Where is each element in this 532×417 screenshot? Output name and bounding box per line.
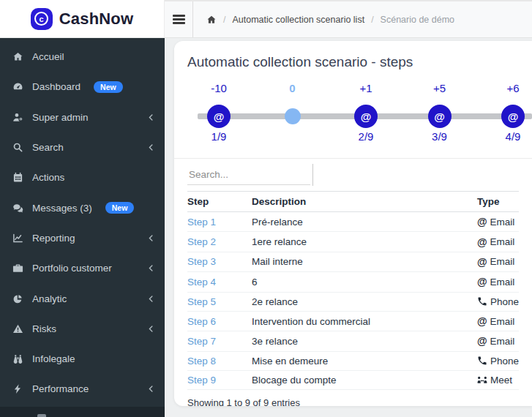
type-label: Email [490, 316, 515, 327]
type-cell: Meet [477, 371, 519, 390]
current-position-dot[interactable] [285, 108, 301, 124]
sidebar-item-partial[interactable] [0, 407, 165, 417]
page-title: Automatic collection scenario - steps [187, 54, 519, 70]
timeline-day-label: +6 [506, 82, 519, 94]
new-badge: New [105, 202, 135, 214]
sidebar-item-reporting[interactable]: Reporting [0, 223, 165, 253]
search-input[interactable] [187, 165, 310, 185]
type-label: Email [490, 336, 515, 347]
chevron-left-icon [147, 234, 155, 242]
sidebar-item-accueil[interactable]: Accueil [0, 42, 165, 72]
sidebar-item-label: Super admin [32, 112, 89, 123]
step-link[interactable]: Step 2 [187, 236, 216, 247]
step-cell: Step 6 [187, 311, 252, 331]
step-link[interactable]: Step 3 [187, 256, 216, 267]
sidebar-item-dashboard[interactable]: DashboardNew [0, 72, 165, 102]
column-header-type[interactable]: Type [477, 192, 519, 212]
step-link[interactable]: Step 7 [187, 336, 216, 347]
sidebar-toggle-button[interactable] [165, 1, 193, 37]
type-label: Email [490, 277, 515, 288]
chevron-left-icon [147, 295, 155, 303]
type-cell: Phone [477, 351, 519, 370]
sidebar-item-label: Dashboard [32, 81, 80, 92]
sidebar-item-label: Analytic [32, 293, 67, 304]
analytic-icon [11, 293, 24, 304]
sidebar-item-analytic[interactable]: Analytic [0, 283, 165, 313]
portfolio-icon [11, 263, 24, 274]
timeline-day-label: +5 [433, 82, 446, 94]
step-cell: Step 9 [187, 371, 252, 390]
sidebar-item-infolegale[interactable]: Infolegale [0, 344, 165, 374]
chevron-left-icon [147, 264, 155, 272]
description-cell: Intervention du commercial [252, 311, 477, 331]
sidebar-item-search[interactable]: Search [0, 132, 165, 162]
sidebar-item-actions[interactable]: Actions [0, 162, 165, 192]
step-cell: Step 2 [187, 232, 252, 252]
calendar-icon [11, 172, 24, 184]
at-icon[interactable]: @ [501, 105, 525, 128]
breadcrumb-item-automatic-collection-scenario-list[interactable]: Automatic collection scenario list [232, 15, 364, 25]
step-link[interactable]: Step 4 [187, 277, 216, 288]
sidebar-item-label: Performance [32, 383, 89, 394]
table-row: Step 1Pré-relance@Email [187, 212, 519, 232]
cashnow-logo-icon: c [31, 8, 53, 30]
search-icon [11, 142, 24, 154]
step-link[interactable]: Step 5 [187, 296, 216, 307]
sidebar-item-performance[interactable]: Performance [0, 374, 165, 404]
meet-icon [477, 375, 487, 386]
sidebar-item-label: Search [32, 142, 64, 153]
table-row: Step 9Blocage du compteMeet [187, 371, 519, 390]
column-header-step[interactable]: Step [187, 192, 252, 212]
phone-icon [477, 296, 487, 307]
at-icon[interactable]: @ [428, 105, 452, 128]
reporting-icon [11, 232, 24, 244]
sidebar-item-label: Messages (3) [32, 203, 92, 214]
timeline-step-count-label: 1/9 [211, 130, 227, 143]
table-row: Step 3Mail interne@Email [187, 252, 519, 271]
at-icon[interactable]: @ [354, 105, 378, 128]
breadcrumb: /Automatic collection scenario list/Scén… [193, 1, 454, 37]
new-badge: New [94, 81, 123, 94]
binoculars-icon [11, 353, 24, 365]
type-cell: Phone [477, 292, 519, 311]
step-link[interactable]: Step 1 [187, 217, 216, 228]
sidebar-menu: AccueilDashboardNewSuper adminSearchActi… [0, 38, 165, 417]
chevron-left-icon [147, 325, 155, 333]
step-cell: Step 1 [187, 212, 252, 232]
brand-name: CashNow [59, 10, 134, 29]
type-label: Meet [490, 375, 512, 386]
sidebar-item-messages-3[interactable]: Messages (3)New [0, 192, 165, 222]
type-cell: @Email [477, 272, 519, 292]
description-cell: 1ere relance [252, 232, 477, 252]
description-cell: 2e relance [252, 292, 477, 311]
home-icon[interactable] [206, 15, 217, 25]
sidebar-item-portfolio-customer[interactable]: Portfolio customer [0, 253, 165, 283]
step-link[interactable]: Step 8 [187, 356, 216, 367]
hamburger-icon [173, 13, 185, 26]
steps-timeline: -10@1/90+1@2/9+5@3/9+6@4/9 [187, 78, 532, 148]
at-icon[interactable]: @ [207, 105, 231, 128]
step-link[interactable]: Step 9 [187, 375, 216, 386]
brand-header[interactable]: c CashNow [0, 0, 165, 38]
sidebar-item-label: Reporting [32, 233, 75, 244]
timeline-day-label: -10 [211, 82, 227, 94]
table-row: Step 52e relancePhone [187, 292, 519, 311]
column-header-description[interactable]: Description [252, 192, 477, 212]
email-icon: @ [477, 315, 487, 327]
steps-table: StepDescriptionType Step 1Pré-relance@Em… [187, 191, 519, 390]
table-row: Step 21ere relance@Email [187, 232, 519, 252]
sidebar-item-risks[interactable]: Risks [0, 314, 165, 344]
timeline-step-count-label: 4/9 [506, 130, 521, 143]
type-cell: @Email [477, 232, 519, 252]
phone-icon [477, 356, 487, 366]
timeline-day-label: 0 [289, 82, 295, 94]
breadcrumb-item-sc-nario-de-d-mo: Scénario de démo [381, 15, 454, 25]
chevron-left-icon [147, 385, 155, 393]
description-cell: 3e relance [252, 331, 477, 351]
type-label: Email [490, 217, 515, 228]
timeline-step-count-label: 2/9 [359, 130, 374, 143]
sidebar-item-super-admin[interactable]: Super admin [0, 102, 165, 132]
step-link[interactable]: Step 6 [187, 316, 216, 327]
messages-icon [11, 202, 24, 214]
step-cell: Step 4 [187, 272, 252, 292]
